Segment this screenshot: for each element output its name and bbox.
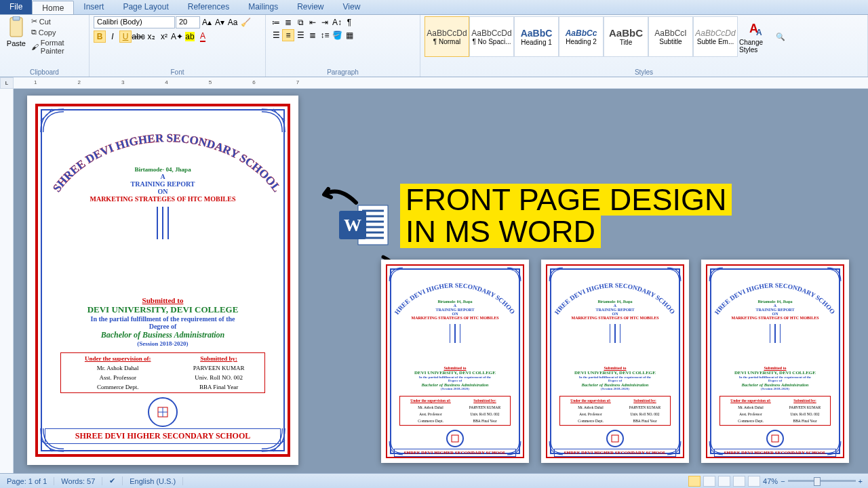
zoom-slider[interactable] [788,480,856,482]
svg-text:W: W [344,216,361,235]
tab-insert[interactable]: Insert [74,0,113,14]
bullets-button[interactable]: ≔ [270,16,282,28]
style-subtitle[interactable]: AaBbCcISubtitle [648,16,693,57]
svg-rect-18 [612,435,618,442]
copy-icon: ⧉ [31,28,37,37]
justify-button[interactable]: ≣ [307,29,319,41]
style-normal[interactable]: AaBbCcDd¶ Normal [425,16,469,57]
tab-view[interactable]: View [334,0,370,14]
styles-gallery[interactable]: AaBbCcDd¶ Normal AaBbCcDd¶ No Spaci... A… [425,16,738,57]
brush-icon: 🖌 [31,43,39,51]
borders-button[interactable]: ▦ [343,29,355,41]
change-case-button[interactable]: Aa [226,16,239,28]
group-font-label: Font [94,67,261,77]
subscript-button[interactable]: x₂ [145,30,157,43]
numbering-button[interactable]: ≣ [282,16,294,28]
ribbon: Paste ✂Cut ⧉Copy 🖌Format Painter Clipboa… [0,15,868,77]
font-color-button[interactable]: A [197,30,209,43]
thumbnail-2: SHREE DEVI HIGHER SECONDARY SCHOOL Birta… [541,260,689,463]
status-words[interactable]: Words: 57 [54,477,102,485]
doc-marketing: MARKETING STRATEGES OF HTC MOBILES [38,195,288,203]
group-clipboard-label: Clipboard [4,67,85,77]
increase-indent-button[interactable]: ⇥ [319,16,331,28]
view-full-screen-button[interactable] [703,476,715,487]
style-no-spacing[interactable]: AaBbCcDd¶ No Spaci... [469,16,514,57]
superscript-button[interactable]: x² [158,30,170,43]
sort-button[interactable]: A↕ [331,16,343,28]
tab-page-layout[interactable]: Page Layout [113,0,178,14]
group-styles-label: Styles [425,67,863,77]
svg-rect-16 [452,435,458,442]
tab-home[interactable]: Home [32,1,74,14]
doc-a: A [38,173,288,180]
arrow-left-icon [319,182,359,209]
doc-submitted: Submitted to [38,296,288,304]
font-family-select[interactable]: Calibri (Body) [94,16,175,28]
doc-footer: SHREE DEVI HIGHER SECONDARY SCHOOL [45,428,281,444]
format-painter-button[interactable]: 🖌Format Painter [30,38,85,56]
find-replace-group[interactable]: 🔍 [776,16,795,57]
view-outline-button[interactable] [733,476,745,487]
style-heading-2[interactable]: AaBbCcHeading 2 [559,16,604,57]
paste-label: Paste [7,39,26,47]
style-title[interactable]: AaBbCTitle [604,16,648,57]
group-clipboard: Paste ✂Cut ⧉Copy 🖌Format Painter Clipboa… [0,15,90,77]
line-spacing-button[interactable]: ↕≡ [319,29,331,41]
multilevel-list-button[interactable]: ⧉ [294,16,307,28]
view-print-layout-button[interactable] [688,476,701,487]
zoom-in-button[interactable]: + [859,477,863,485]
bold-button[interactable]: B [94,30,106,43]
doc-training: TRAINING REPORT [38,180,288,188]
tab-review[interactable]: Review [288,0,333,14]
show-marks-button[interactable]: ¶ [343,16,355,28]
status-zoom[interactable]: 47% [763,477,778,485]
align-right-button[interactable]: ☰ [294,29,307,41]
shrink-font-button[interactable]: A▾ [214,16,226,28]
tab-references[interactable]: References [178,0,239,14]
decrease-indent-button[interactable]: ⇤ [307,16,319,28]
status-page[interactable]: Page: 1 of 1 [0,477,54,485]
svg-rect-1 [13,16,20,20]
style-heading-1[interactable]: AaBbCHeading 1 [514,16,559,57]
change-styles-button[interactable]: AA Change Styles [739,16,774,57]
strikethrough-button[interactable]: abc [132,30,144,43]
doc-bba: Bachelor of Business Administration [38,330,288,340]
view-web-layout-button[interactable] [718,476,730,487]
style-subtle-emphasis[interactable]: AaBbCcDdSubtle Em... [693,16,738,57]
copy-button[interactable]: ⧉Copy [30,27,85,37]
status-bar: Page: 1 of 1 Words: 57 ✔ English (U.S.) … [0,473,868,488]
doc-session: (Session 2018-2020) [38,340,288,347]
status-proofing[interactable]: ✔ [102,476,123,485]
find-icon: 🔍 [776,33,795,41]
paste-button[interactable]: Paste [4,16,28,56]
vertical-ruler[interactable] [0,89,14,473]
grow-font-button[interactable]: A▴ [201,16,213,28]
doc-university: DEVI UNIVERSITY, DEVI COLLEGE [38,304,288,315]
group-paragraph-label: Paragraph [270,67,416,77]
align-left-button[interactable]: ☰ [270,29,282,41]
clear-formatting-button[interactable]: 🧹 [239,16,252,28]
tab-mailings[interactable]: Mailings [239,0,288,14]
horizontal-ruler[interactable]: 1234567 [14,77,868,89]
thumbnail-3: SHREE DEVI HIGHER SECONDARY SCHOOL Birta… [701,260,849,463]
document-page[interactable]: SHREE DEVI HIGHER SECONDARY SCHOOL Birta… [27,96,298,465]
group-font: Calibri (Body) 20 A▴ A▾ Aa 🧹 B I U abc x… [90,15,266,77]
status-language[interactable]: English (U.S.) [123,477,183,485]
italic-button[interactable]: I [106,30,119,43]
doc-on: ON [38,188,288,195]
view-draft-button[interactable] [748,476,760,487]
cut-button[interactable]: ✂Cut [30,16,85,26]
ribbon-tabs: File Home Insert Page Layout References … [0,0,868,15]
supervision-table: Under the supervision of:Submitted by: M… [60,352,265,393]
highlight-button[interactable]: ab [184,30,196,43]
tab-file[interactable]: File [0,0,32,14]
clipboard-icon [7,16,26,39]
text-effects-button[interactable]: A✦ [171,30,183,43]
font-size-select[interactable]: 20 [176,16,200,28]
doc-degree: Degree of [38,323,288,330]
underline-button[interactable]: U [119,30,132,43]
document-canvas[interactable]: SHREE DEVI HIGHER SECONDARY SCHOOL Birta… [14,89,868,473]
align-center-button[interactable]: ≡ [282,29,294,41]
zoom-out-button[interactable]: − [781,477,785,485]
shading-button[interactable]: 🪣 [331,29,343,41]
